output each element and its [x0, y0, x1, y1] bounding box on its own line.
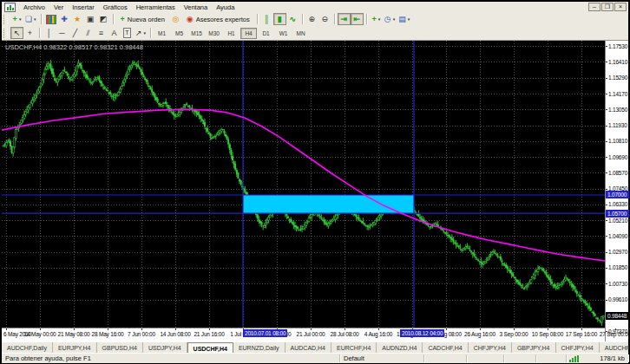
standard-toolbar: +▾ ❏▾ ✚ ★ ▣ ◩ +Nueva orden ◎ ◉Asesores e… — [2, 12, 628, 27]
terminal-button[interactable]: ▣ — [84, 13, 97, 25]
mt4-window: Archivo Ver Insertar Gráficos Herramient… — [0, 0, 630, 364]
candlestick-chart-button[interactable]: ▮ — [273, 13, 286, 25]
time-tick-mark — [446, 328, 447, 330]
status-cell — [504, 354, 536, 362]
navigator-icon: ★ — [74, 15, 81, 23]
auto-scroll-button[interactable]: ⇥ — [338, 13, 351, 25]
menu-ver[interactable]: Ver — [49, 3, 68, 11]
market-watch-icon — [46, 15, 56, 24]
time-tick-label: 27 Sep 00:00 — [600, 331, 630, 337]
timeframe-button-m1[interactable]: M1 — [154, 28, 170, 39]
status-profile[interactable]: Default — [340, 354, 424, 362]
time-axis[interactable]: 6 May 201014 May 00:0021 May 08:0028 May… — [2, 328, 605, 342]
menu-graficos[interactable]: Gráficos — [99, 3, 132, 11]
minimize-button[interactable]: – — [588, 3, 600, 11]
new-order-button[interactable]: +Nueva orden — [116, 13, 169, 25]
zoom-in-icon: ⊕ — [309, 15, 316, 23]
time-tick-mark — [480, 328, 481, 330]
timeframe-button-mn[interactable]: MN — [292, 28, 309, 39]
menu-bar: Archivo Ver Insertar Gráficos Herramient… — [2, 2, 628, 12]
line-chart-button[interactable]: ∿ — [286, 13, 299, 25]
timeframe-button-m15[interactable]: M15 — [188, 28, 205, 39]
toolbar-grip[interactable] — [3, 29, 8, 38]
price-tick-mark — [606, 109, 607, 110]
time-tick-mark — [40, 328, 41, 330]
profiles-button[interactable]: ❏▾ — [23, 13, 38, 25]
time-tick-label: 26 Aug 16:00 — [464, 331, 495, 337]
status-cell — [467, 354, 504, 362]
cursor-tool-button[interactable]: ↖ — [10, 27, 23, 39]
price-tick-mark — [606, 189, 607, 190]
navigator-button[interactable]: ★ — [71, 13, 84, 25]
trendline-tool-button[interactable]: ╱ — [69, 27, 82, 39]
arrows-tool-button[interactable]: ↗▾ — [134, 27, 148, 39]
timeframe-button-m30[interactable]: M30 — [206, 28, 222, 39]
toolbar-grip[interactable] — [3, 15, 8, 24]
timeframe-button-w1[interactable]: W1 — [275, 28, 292, 39]
restore-button[interactable]: ❐ — [601, 3, 614, 11]
chevron-down-icon: ▾ — [19, 16, 22, 22]
new-order-icon: + — [121, 15, 125, 23]
timeframe-button-m5[interactable]: M5 — [171, 28, 187, 39]
arrows-icon: ↗ — [135, 29, 142, 37]
price-tick-label: 1.08570 — [608, 170, 627, 176]
time-tick-label: 21 Jun 16:00 — [194, 331, 224, 337]
app-frame: Archivo Ver Insertar Gráficos Herramient… — [2, 2, 628, 362]
chart-plot-area[interactable]: USDCHF,H4 0.98322 0.98517 0.98321 0.9844… — [2, 41, 605, 328]
time-tick-label: 10 Sep 08:00 — [532, 331, 563, 337]
timeframe-button-d1[interactable]: D1 — [258, 28, 274, 39]
price-tick-mark — [606, 78, 607, 79]
window-controls: – ❐ × — [588, 3, 627, 11]
time-tick-mark — [548, 328, 548, 330]
strategy-tester-button[interactable]: ◩ — [97, 13, 110, 25]
price-tick-label: 1.17530 — [608, 43, 627, 49]
menu-archivo[interactable]: Archivo — [19, 3, 49, 11]
vertical-line-tool-button[interactable]: │ — [43, 27, 56, 39]
crosshair-tool-button[interactable]: + — [23, 27, 36, 39]
price-tick-mark — [606, 252, 607, 253]
app-icon — [4, 3, 16, 12]
zoom-in-button[interactable]: ⊕ — [305, 13, 318, 25]
metaeditor-icon: ◎ — [172, 15, 179, 23]
menu-herramientas[interactable]: Herramientas — [132, 3, 180, 11]
templates-button[interactable]: ▤▾ — [397, 13, 411, 25]
menu-ventana[interactable]: Ventana — [180, 3, 213, 11]
price-tick-label: 1.04090 — [608, 233, 627, 239]
periods-button[interactable]: ◷▾ — [383, 13, 397, 25]
time-tick-label: 28 May 16:00 — [92, 331, 124, 337]
timeframe-button-h1[interactable]: H1 — [223, 28, 240, 39]
close-button[interactable]: × — [614, 3, 627, 11]
menu-insertar[interactable]: Insertar — [68, 3, 98, 11]
chart-shift-button[interactable]: ⇤ — [351, 13, 364, 25]
text-tool-button[interactable]: A — [108, 27, 121, 39]
line-studies-toolbar: ↖ + │ ─ ╱ ⫽ ≡ A T ↗▾ M1M5M15M30H1H4D1W1M… — [2, 26, 628, 41]
metaeditor-button[interactable]: ◎ — [169, 13, 182, 25]
expert-advisors-button[interactable]: ◉Asesores expertos — [182, 13, 254, 25]
time-tick-label: 21 May 08:00 — [58, 331, 90, 337]
toolbar-separator — [41, 14, 42, 24]
horizontal-line-tool-button[interactable]: ─ — [56, 27, 69, 39]
indicators-button[interactable]: +▾ — [370, 13, 383, 25]
price-tick-mark — [606, 172, 607, 173]
fibonacci-tool-button[interactable]: ≡ — [95, 27, 108, 39]
price-tick-label: 1.09690 — [608, 154, 627, 160]
timeframes-toolbar: M1M5M15M30H1H4D1W1MN — [154, 28, 309, 39]
hline-price-tag: 1.05700 — [606, 210, 629, 218]
channel-tool-button[interactable]: ⫽ — [82, 27, 95, 39]
current-price-tag: 0.98448 — [606, 312, 629, 320]
chevron-down-icon: ▾ — [378, 16, 381, 22]
trendline-icon: ╱ — [73, 29, 77, 37]
data-window-button[interactable]: ✚ — [58, 13, 71, 25]
price-tick-mark — [606, 94, 607, 94]
label-tool-button[interactable]: T — [121, 27, 134, 39]
bar-chart-button[interactable]: ║ — [260, 13, 273, 25]
market-watch-button[interactable] — [44, 13, 58, 25]
status-help-text: Para obtener ayuda, pulse F1 — [2, 354, 340, 362]
menu-ayuda[interactable]: Ayuda — [212, 3, 239, 11]
timeframe-button-h4[interactable]: H4 — [240, 28, 257, 39]
zoom-out-button[interactable]: ⊖ — [318, 13, 331, 25]
price-tick-mark — [606, 46, 607, 47]
price-tick-mark — [606, 62, 607, 62]
price-axis[interactable]: 1.175301.164101.152901.141701.130501.119… — [605, 41, 628, 342]
new-chart-button[interactable]: +▾ — [10, 13, 23, 25]
